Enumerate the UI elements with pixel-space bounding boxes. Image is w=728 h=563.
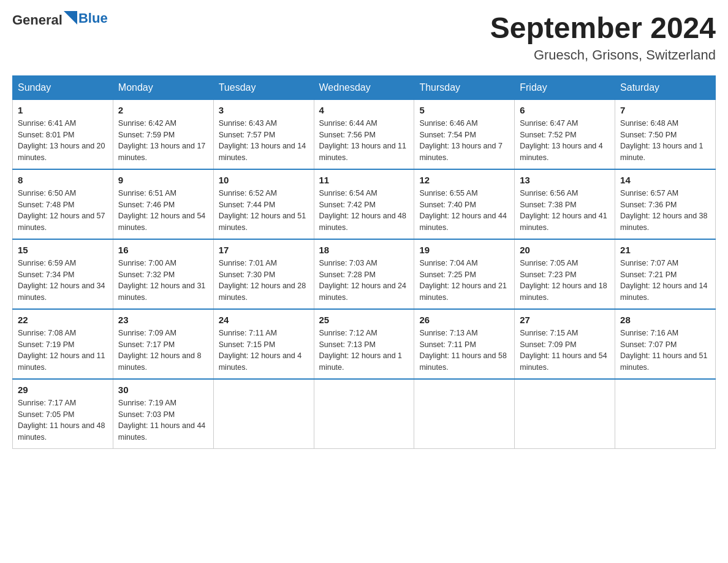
table-row (515, 379, 615, 449)
sunrise-text: Sunrise: 6:59 AM (18, 259, 76, 267)
day-info: Sunrise: 6:59 AM Sunset: 7:34 PM Dayligh… (18, 258, 108, 304)
day-info: Sunrise: 6:56 AM Sunset: 7:38 PM Dayligh… (520, 188, 610, 234)
calendar-week-row: 29 Sunrise: 7:17 AM Sunset: 7:05 PM Dayl… (13, 379, 716, 449)
table-row: 28 Sunrise: 7:16 AM Sunset: 7:07 PM Dayl… (615, 309, 716, 379)
sunset-text: Sunset: 7:11 PM (419, 340, 476, 349)
day-info: Sunrise: 7:00 AM Sunset: 7:32 PM Dayligh… (118, 258, 208, 304)
day-info: Sunrise: 6:46 AM Sunset: 7:54 PM Dayligh… (419, 118, 509, 164)
sunrise-text: Sunrise: 6:57 AM (620, 189, 678, 197)
sunrise-text: Sunrise: 7:11 AM (219, 329, 277, 337)
sunrise-text: Sunrise: 6:44 AM (319, 119, 377, 128)
sunrise-text: Sunrise: 6:47 AM (520, 119, 578, 128)
sunset-text: Sunset: 7:36 PM (620, 201, 677, 209)
day-info: Sunrise: 7:01 AM Sunset: 7:30 PM Dayligh… (219, 258, 309, 304)
day-number: 14 (620, 175, 710, 185)
daylight-text: Daylight: 12 hours and 41 minutes. (520, 212, 607, 232)
daylight-text: Daylight: 12 hours and 11 minutes. (18, 351, 105, 372)
calendar-week-row: 22 Sunrise: 7:08 AM Sunset: 7:19 PM Dayl… (13, 309, 716, 379)
logo: General Blue (12, 12, 108, 28)
sunset-text: Sunset: 7:19 PM (18, 340, 74, 349)
daylight-text: Daylight: 13 hours and 7 minutes. (419, 142, 502, 162)
sunset-text: Sunset: 7:25 PM (419, 270, 476, 279)
sunset-text: Sunset: 7:21 PM (620, 270, 677, 279)
day-number: 10 (219, 175, 309, 185)
sunrise-text: Sunrise: 6:56 AM (520, 189, 578, 197)
day-info: Sunrise: 7:07 AM Sunset: 7:21 PM Dayligh… (620, 258, 710, 304)
sunrise-text: Sunrise: 6:51 AM (118, 189, 176, 197)
col-wednesday: Wednesday (314, 75, 414, 99)
day-number: 28 (620, 315, 710, 325)
day-number: 30 (118, 385, 208, 395)
day-number: 11 (319, 175, 409, 185)
daylight-text: Daylight: 11 hours and 54 minutes. (520, 351, 607, 372)
daylight-text: Daylight: 12 hours and 14 minutes. (620, 282, 707, 302)
table-row (615, 379, 716, 449)
title-section: September 2024 Gruesch, Grisons, Switzer… (490, 12, 716, 63)
table-row: 30 Sunrise: 7:19 AM Sunset: 7:03 PM Dayl… (113, 379, 213, 449)
day-info: Sunrise: 6:52 AM Sunset: 7:44 PM Dayligh… (219, 188, 309, 234)
col-sunday: Sunday (13, 75, 113, 99)
table-row: 19 Sunrise: 7:04 AM Sunset: 7:25 PM Dayl… (414, 239, 515, 309)
table-row: 9 Sunrise: 6:51 AM Sunset: 7:46 PM Dayli… (113, 169, 213, 239)
day-number: 26 (419, 315, 509, 325)
day-info: Sunrise: 6:54 AM Sunset: 7:42 PM Dayligh… (319, 188, 409, 234)
day-number: 3 (219, 105, 309, 115)
day-number: 20 (520, 245, 610, 255)
sunrise-text: Sunrise: 7:01 AM (219, 259, 277, 267)
sunset-text: Sunset: 7:44 PM (219, 201, 275, 209)
day-info: Sunrise: 6:44 AM Sunset: 7:56 PM Dayligh… (319, 118, 409, 164)
calendar-week-row: 8 Sunrise: 6:50 AM Sunset: 7:48 PM Dayli… (13, 169, 716, 239)
day-number: 25 (319, 315, 409, 325)
daylight-text: Daylight: 11 hours and 48 minutes. (18, 421, 105, 442)
day-info: Sunrise: 6:47 AM Sunset: 7:52 PM Dayligh… (520, 118, 610, 164)
day-info: Sunrise: 7:08 AM Sunset: 7:19 PM Dayligh… (18, 327, 108, 373)
day-info: Sunrise: 7:19 AM Sunset: 7:03 PM Dayligh… (118, 397, 208, 443)
day-number: 24 (219, 315, 309, 325)
day-info: Sunrise: 6:51 AM Sunset: 7:46 PM Dayligh… (118, 188, 208, 234)
day-info: Sunrise: 7:17 AM Sunset: 7:05 PM Dayligh… (18, 397, 108, 443)
sunrise-text: Sunrise: 7:19 AM (118, 399, 176, 407)
day-number: 16 (118, 245, 208, 255)
day-info: Sunrise: 7:09 AM Sunset: 7:17 PM Dayligh… (118, 327, 208, 373)
day-number: 23 (118, 315, 208, 325)
table-row: 2 Sunrise: 6:42 AM Sunset: 7:59 PM Dayli… (113, 99, 213, 169)
table-row: 7 Sunrise: 6:48 AM Sunset: 7:50 PM Dayli… (615, 99, 716, 169)
calendar-week-row: 15 Sunrise: 6:59 AM Sunset: 7:34 PM Dayl… (13, 239, 716, 309)
day-info: Sunrise: 6:50 AM Sunset: 7:48 PM Dayligh… (18, 188, 108, 234)
sunset-text: Sunset: 7:34 PM (18, 270, 74, 279)
sunset-text: Sunset: 7:17 PM (118, 340, 175, 349)
day-info: Sunrise: 7:03 AM Sunset: 7:28 PM Dayligh… (319, 258, 409, 304)
sunrise-text: Sunrise: 6:55 AM (419, 189, 477, 197)
daylight-text: Daylight: 12 hours and 57 minutes. (18, 212, 105, 232)
daylight-text: Daylight: 12 hours and 51 minutes. (219, 212, 306, 232)
table-row: 6 Sunrise: 6:47 AM Sunset: 7:52 PM Dayli… (515, 99, 615, 169)
sunset-text: Sunset: 7:40 PM (419, 201, 476, 209)
month-title: September 2024 (490, 12, 716, 45)
day-info: Sunrise: 7:11 AM Sunset: 7:15 PM Dayligh… (219, 327, 309, 373)
daylight-text: Daylight: 11 hours and 58 minutes. (419, 351, 506, 372)
sunset-text: Sunset: 7:42 PM (319, 201, 376, 209)
daylight-text: Daylight: 13 hours and 11 minutes. (319, 142, 406, 162)
sunrise-text: Sunrise: 7:12 AM (319, 329, 377, 337)
day-number: 21 (620, 245, 710, 255)
table-row: 10 Sunrise: 6:52 AM Sunset: 7:44 PM Dayl… (213, 169, 314, 239)
table-row: 22 Sunrise: 7:08 AM Sunset: 7:19 PM Dayl… (13, 309, 113, 379)
day-info: Sunrise: 6:57 AM Sunset: 7:36 PM Dayligh… (620, 188, 710, 234)
table-row: 15 Sunrise: 6:59 AM Sunset: 7:34 PM Dayl… (13, 239, 113, 309)
day-info: Sunrise: 7:05 AM Sunset: 7:23 PM Dayligh… (520, 258, 610, 304)
day-number: 7 (620, 105, 710, 115)
day-info: Sunrise: 6:41 AM Sunset: 8:01 PM Dayligh… (18, 118, 108, 164)
table-row: 1 Sunrise: 6:41 AM Sunset: 8:01 PM Dayli… (13, 99, 113, 169)
day-info: Sunrise: 6:48 AM Sunset: 7:50 PM Dayligh… (620, 118, 710, 164)
table-row: 8 Sunrise: 6:50 AM Sunset: 7:48 PM Dayli… (13, 169, 113, 239)
table-row: 23 Sunrise: 7:09 AM Sunset: 7:17 PM Dayl… (113, 309, 213, 379)
sunset-text: Sunset: 7:50 PM (620, 131, 677, 139)
daylight-text: Daylight: 12 hours and 21 minutes. (419, 282, 506, 302)
sunset-text: Sunset: 7:57 PM (219, 131, 275, 139)
sunrise-text: Sunrise: 7:08 AM (18, 329, 76, 337)
sunset-text: Sunset: 7:28 PM (319, 270, 376, 279)
table-row: 14 Sunrise: 6:57 AM Sunset: 7:36 PM Dayl… (615, 169, 716, 239)
day-number: 4 (319, 105, 409, 115)
sunset-text: Sunset: 7:07 PM (620, 340, 677, 349)
sunset-text: Sunset: 7:30 PM (219, 270, 275, 279)
